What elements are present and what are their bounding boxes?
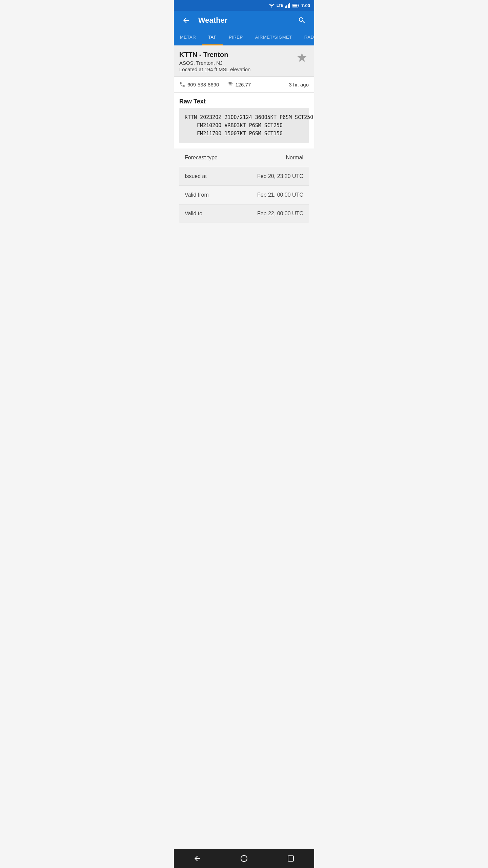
detail-value-valid-from: Feb 21, 00:00 UTC	[257, 192, 303, 198]
raw-text-content: KTTN 202320Z 2100/2124 36005KT P6SM SCT2…	[179, 108, 309, 143]
app-bar-left: Weather	[179, 14, 227, 27]
back-arrow-icon	[182, 16, 190, 24]
status-bar: LTE 7:00	[174, 0, 314, 11]
favorite-button[interactable]	[295, 51, 309, 64]
table-row: Valid to Feb 22, 00:00 UTC	[179, 204, 309, 223]
svg-rect-2	[288, 4, 289, 8]
status-icons: LTE 7:00	[269, 3, 310, 8]
detail-value-forecast-type: Normal	[286, 155, 303, 161]
signal-icon	[285, 3, 290, 8]
phone-item[interactable]: 609-538-8690	[179, 81, 219, 87]
station-elevation: Located at 194 ft MSL elevation	[179, 66, 295, 72]
app-bar: Weather	[174, 11, 314, 30]
detail-label-forecast-type: Forecast type	[185, 155, 218, 161]
detail-label-issued-at: Issued at	[185, 173, 207, 179]
svg-rect-6	[292, 4, 297, 6]
tab-pirep[interactable]: PIREP	[223, 30, 249, 45]
phone-icon	[179, 81, 185, 87]
nav-home-button[interactable]	[236, 852, 252, 865]
svg-rect-3	[289, 3, 290, 8]
tab-taf[interactable]: TAF	[202, 30, 223, 45]
nav-recents-button[interactable]	[282, 852, 299, 865]
phone-number: 609-538-8690	[187, 82, 219, 87]
svg-rect-0	[285, 6, 286, 8]
svg-rect-8	[288, 856, 293, 861]
raw-text-label: Raw Text	[174, 93, 314, 108]
lte-label: LTE	[277, 3, 283, 7]
nav-back-icon	[193, 854, 201, 863]
station-header: KTTN - Trenton ASOS, Trenton, NJ Located…	[174, 45, 314, 77]
frequency: 126.77	[235, 82, 251, 87]
table-row: Forecast type Normal	[179, 149, 309, 167]
back-button[interactable]	[179, 14, 193, 27]
station-type: ASOS, Trenton, NJ	[179, 60, 295, 66]
table-row: Valid from Feb 21, 00:00 UTC	[179, 186, 309, 204]
nav-recents-icon	[287, 855, 294, 862]
svg-rect-1	[286, 5, 287, 8]
svg-point-7	[241, 855, 247, 862]
star-icon	[297, 52, 307, 63]
radio-icon	[227, 81, 233, 87]
detail-value-valid-to: Feb 22, 00:00 UTC	[257, 211, 303, 217]
battery-icon	[292, 3, 300, 8]
tab-metar[interactable]: METAR	[174, 30, 202, 45]
frequency-item: 126.77	[227, 81, 251, 87]
station-info: KTTN - Trenton ASOS, Trenton, NJ Located…	[179, 51, 295, 72]
tabs-container: METAR TAF PIREP AIRMET/SIGMET RAD	[174, 30, 314, 45]
nav-bar	[174, 849, 314, 868]
search-button[interactable]	[295, 14, 309, 27]
status-time: 7:00	[301, 3, 310, 8]
detail-value-issued-at: Feb 20, 23:20 UTC	[257, 173, 303, 179]
nav-back-button[interactable]	[189, 852, 206, 865]
updated-time: 3 hr. ago	[289, 82, 309, 87]
svg-rect-5	[298, 5, 299, 6]
station-name: KTTN - Trenton	[179, 51, 295, 59]
info-row: 609-538-8690 126.77 3 hr. ago	[174, 77, 314, 93]
detail-label-valid-from: Valid from	[185, 192, 209, 198]
nav-home-icon	[240, 854, 248, 863]
tab-rad[interactable]: RAD	[298, 30, 314, 45]
tab-airmet[interactable]: AIRMET/SIGMET	[249, 30, 298, 45]
table-row: Issued at Feb 20, 23:20 UTC	[179, 167, 309, 186]
page-title: Weather	[198, 16, 227, 25]
details-table: Forecast type Normal Issued at Feb 20, 2…	[179, 149, 309, 223]
detail-label-valid-to: Valid to	[185, 211, 202, 217]
wifi-icon	[269, 3, 275, 8]
search-icon	[298, 16, 306, 24]
raw-text-section: Raw Text KTTN 202320Z 2100/2124 36005KT …	[174, 93, 314, 149]
